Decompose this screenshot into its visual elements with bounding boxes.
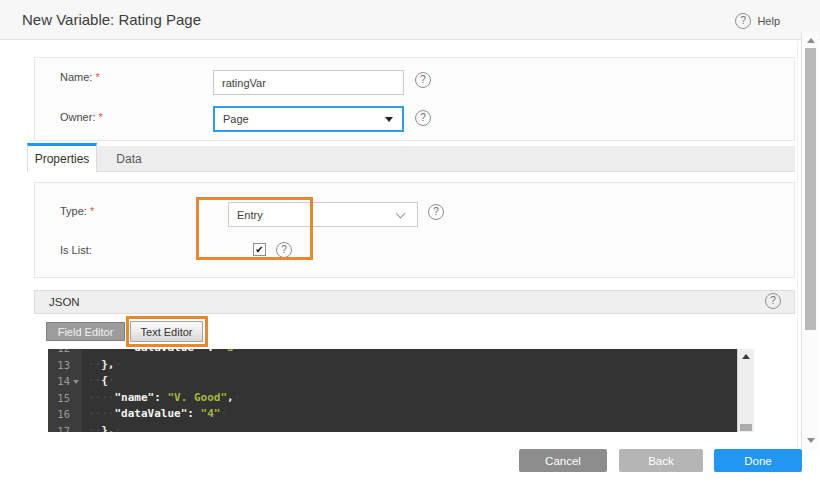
page-title: New Variable: Rating Page — [22, 11, 201, 28]
owner-help-icon[interactable]: ? — [415, 110, 431, 126]
type-label: Type: * — [60, 205, 94, 217]
code-lines: 12······"dataValue" : "3"·13··},·14··{·1… — [48, 349, 737, 432]
owner-label: Owner: * — [60, 111, 103, 123]
code-line: 13··},· — [48, 357, 737, 374]
checkmark-icon: ✔ — [255, 244, 263, 255]
owner-select-value: Page — [223, 113, 249, 125]
json-code-editor[interactable]: 12······"dataValue" : "3"·13··},·14··{·1… — [48, 349, 737, 432]
scroll-down-icon[interactable] — [807, 438, 815, 443]
code-line: 16····"dataValue": "4"· — [48, 406, 737, 423]
name-label: Name: * — [60, 71, 100, 83]
tab-data[interactable]: Data — [97, 146, 161, 172]
code-line: 14··{· — [48, 373, 737, 390]
is-list-label: Is List: — [60, 244, 92, 256]
code-line: 12······"dataValue" : "3"· — [48, 349, 737, 357]
is-list-help-icon[interactable]: ? — [276, 242, 292, 258]
page-scrollbar-thumb[interactable] — [805, 48, 816, 330]
fold-caret-icon[interactable] — [70, 379, 82, 384]
dialog-header: New Variable: Rating Page ? Help — [0, 0, 820, 40]
done-button[interactable]: Done — [714, 449, 802, 472]
help-label: Help — [757, 15, 780, 27]
type-select[interactable]: Entry — [228, 202, 418, 227]
properties-panel — [34, 182, 795, 278]
cancel-button[interactable]: Cancel — [519, 449, 607, 472]
name-input[interactable] — [213, 70, 404, 95]
scroll-up-icon[interactable] — [742, 354, 750, 359]
editor-scrollbar[interactable] — [737, 349, 754, 432]
page-scrollbar[interactable] — [801, 32, 819, 449]
json-help-icon[interactable]: ? — [765, 293, 781, 309]
help-link[interactable]: ? Help — [735, 13, 780, 29]
variable-form-card — [34, 57, 795, 141]
required-asterisk: * — [95, 71, 99, 83]
json-section-title: JSON — [49, 296, 80, 308]
content-right-edge — [797, 41, 798, 449]
required-asterisk: * — [90, 205, 94, 217]
is-list-checkbox[interactable]: ✔ — [253, 243, 266, 256]
name-help-icon[interactable]: ? — [415, 72, 431, 88]
required-asterisk: * — [99, 111, 103, 123]
field-editor-button[interactable]: Field Editor — [46, 322, 125, 341]
scroll-up-icon[interactable] — [807, 38, 815, 43]
code-line: 15····"name": "V. Good",· — [48, 390, 737, 407]
owner-select[interactable]: Page — [213, 106, 404, 132]
chevron-down-icon — [396, 209, 406, 219]
json-section-header: JSON — [34, 290, 795, 314]
type-help-icon[interactable]: ? — [428, 204, 444, 220]
tab-bar: Properties Data — [27, 143, 795, 172]
text-editor-button[interactable]: Text Editor — [130, 321, 203, 342]
code-line: 17··},· — [48, 423, 737, 433]
back-button[interactable]: Back — [619, 449, 703, 472]
help-icon: ? — [735, 13, 751, 29]
dropdown-arrow-icon — [385, 117, 393, 122]
type-select-value: Entry — [237, 209, 263, 221]
editor-scrollbar-thumb[interactable] — [740, 424, 752, 431]
tab-properties[interactable]: Properties — [27, 143, 97, 172]
